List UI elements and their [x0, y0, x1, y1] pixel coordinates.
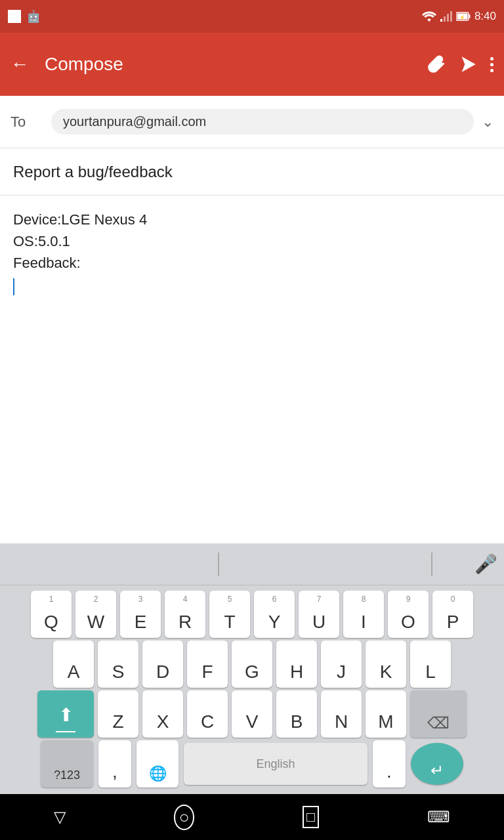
key-k[interactable]: K: [366, 640, 406, 688]
nav-bar: ▽ ○ □ ⌨: [0, 794, 504, 840]
svg-rect-3: [450, 11, 452, 22]
numeric-key[interactable]: ?123: [41, 740, 93, 788]
app-bar-actions: [427, 55, 494, 74]
key-letter: C: [201, 711, 214, 738]
key-letter: V: [246, 711, 259, 738]
key-number: 9: [388, 595, 429, 604]
send-icon[interactable]: [459, 55, 477, 74]
key-letter: O: [401, 612, 415, 638]
body-text: Device:LGE Nexus 4 OS:5.0.1 Feedback:: [13, 209, 491, 295]
period-key[interactable]: .: [373, 740, 406, 788]
subject-field[interactable]: Report a bug/feedback: [0, 148, 504, 196]
key-letter: B: [291, 711, 303, 738]
key-m[interactable]: M: [366, 690, 406, 738]
body-line2: OS:5.0.1: [13, 230, 491, 252]
key-e[interactable]: 3E: [120, 591, 161, 638]
key-y[interactable]: 6Y: [254, 591, 295, 638]
svg-rect-1: [444, 16, 446, 22]
text-cursor: [13, 278, 14, 295]
key-letter: G: [245, 662, 259, 688]
keyboard-nav-button[interactable]: ⌨: [427, 808, 450, 826]
key-letter: P: [447, 612, 459, 638]
key-number: 3: [120, 595, 161, 604]
globe-icon: 🌐: [149, 765, 167, 788]
key-letter: J: [337, 662, 346, 688]
key-u[interactable]: 7U: [299, 591, 339, 638]
key-s[interactable]: S: [98, 640, 138, 688]
space-label: English: [256, 757, 295, 771]
key-q[interactable]: 1Q: [31, 591, 72, 638]
key-letter: L: [425, 662, 436, 688]
svg-rect-2: [447, 14, 449, 22]
key-number: 2: [75, 595, 116, 604]
body-line3: Feedback:: [13, 252, 491, 274]
microphone-icon[interactable]: 🎤: [474, 553, 497, 575]
key-t[interactable]: 5T: [209, 591, 250, 638]
body-cursor-line: [13, 274, 491, 295]
key-d[interactable]: D: [142, 640, 183, 688]
recipient-email: yourtanpura@gmail.com: [63, 114, 206, 129]
key-g[interactable]: G: [232, 640, 272, 688]
status-bar: 🤖 ⚡ 8:40: [0, 0, 504, 33]
key-c[interactable]: C: [187, 690, 228, 738]
body-field[interactable]: Device:LGE Nexus 4 OS:5.0.1 Feedback:: [0, 196, 504, 353]
android-icon: 🤖: [26, 9, 41, 24]
key-w[interactable]: 2W: [75, 591, 116, 638]
space-key[interactable]: English: [184, 743, 368, 785]
overflow-menu-button[interactable]: [490, 57, 494, 72]
status-icon-square: [8, 10, 21, 23]
wifi-icon: [422, 11, 436, 22]
key-letter: I: [361, 612, 366, 638]
app-bar: ← Compose: [0, 33, 504, 96]
comma-label: ,: [112, 761, 117, 788]
key-h[interactable]: H: [276, 640, 317, 688]
key-x[interactable]: X: [142, 690, 183, 738]
suggestion-divider-2: [431, 553, 432, 576]
key-o[interactable]: 9O: [388, 591, 429, 638]
key-letter: Q: [44, 612, 58, 638]
back-nav-button[interactable]: ▽: [54, 808, 66, 826]
back-button[interactable]: ←: [10, 54, 29, 75]
key-letter: R: [178, 612, 192, 638]
key-letter: A: [68, 662, 80, 688]
delete-icon: ⌫: [427, 714, 450, 738]
key-number: 4: [165, 595, 205, 604]
key-number: 0: [432, 595, 473, 604]
expand-recipients-button[interactable]: ⌄: [482, 114, 494, 131]
comma-key[interactable]: ,: [98, 740, 131, 788]
key-letter: E: [135, 612, 147, 638]
key-j[interactable]: J: [321, 640, 362, 688]
recent-nav-button[interactable]: □: [303, 806, 319, 828]
key-i[interactable]: 8I: [343, 591, 384, 638]
key-letter: M: [378, 711, 393, 738]
key-row-2: ASDFGHJKL: [1, 640, 503, 688]
key-v[interactable]: V: [232, 690, 272, 738]
key-letter: H: [290, 662, 303, 688]
key-number: 5: [209, 595, 250, 604]
key-f[interactable]: F: [187, 640, 228, 688]
globe-key[interactable]: 🌐: [136, 740, 178, 788]
key-r[interactable]: 4R: [165, 591, 205, 638]
attach-icon[interactable]: [427, 55, 446, 74]
to-field: To yourtanpura@gmail.com ⌄: [0, 96, 504, 148]
suggestion-divider-1: [218, 553, 219, 576]
home-nav-button[interactable]: ○: [174, 805, 195, 830]
shift-key[interactable]: ⬆: [37, 690, 94, 738]
delete-key[interactable]: ⌫: [410, 690, 467, 738]
key-a[interactable]: A: [53, 640, 94, 688]
key-n[interactable]: N: [321, 690, 362, 738]
key-letter: K: [380, 662, 392, 688]
key-p[interactable]: 0P: [432, 591, 473, 638]
recipient-chip[interactable]: yourtanpura@gmail.com: [51, 109, 474, 135]
key-b[interactable]: B: [276, 690, 317, 738]
enter-key[interactable]: ↵: [411, 743, 463, 785]
key-letter: Y: [268, 612, 281, 638]
shift-arrow-icon: ⬆: [58, 704, 74, 731]
svg-rect-5: [469, 14, 470, 18]
key-letter: U: [312, 612, 326, 638]
to-label: To: [10, 114, 43, 131]
status-time: 8:40: [474, 10, 496, 23]
key-rows: 1Q2W3E4R5T6Y7U8I9O0P ASDFGHJKL ⬆ZXCVBNM⌫…: [0, 585, 504, 794]
key-z[interactable]: Z: [98, 690, 138, 738]
key-l[interactable]: L: [410, 640, 451, 688]
